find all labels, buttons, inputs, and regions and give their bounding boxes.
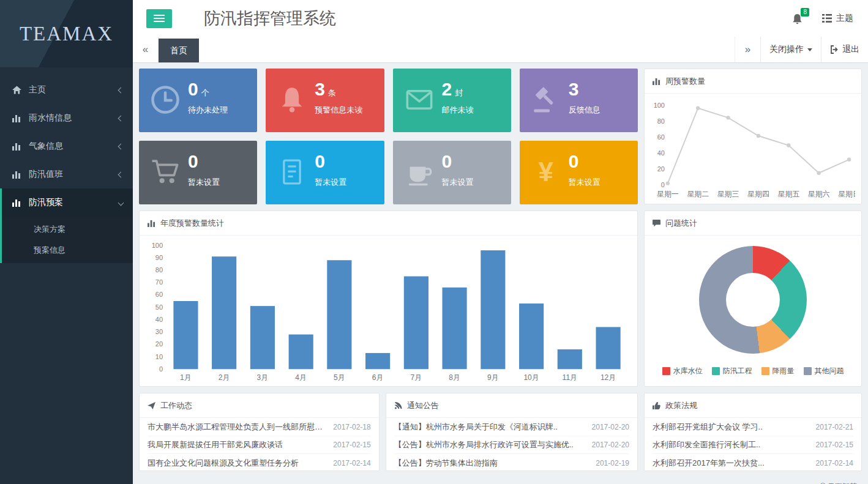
- panel-body: 020406080100星期一星期二星期三星期四星期五星期六星期日: [645, 94, 861, 204]
- legend-swatch: [712, 367, 720, 375]
- work-news-panel: 工作动态 市大鹏半岛水源工程管理处负责人到一线部所慰问新春 2017-02-18…: [139, 393, 380, 471]
- svg-text:60: 60: [155, 291, 163, 298]
- tile-value: 0: [315, 151, 325, 171]
- tabbar: « 首页 » 关闭操作 退出: [133, 37, 868, 63]
- tile-unset-cart[interactable]: 0 暂未设置: [139, 141, 257, 204]
- list-item[interactable]: 我局开展新提拔任用干部党风廉政谈话 2017-02-15: [148, 436, 371, 454]
- news-list: 市大鹏半岛水源工程管理处负责人到一线部所慰问新春 2017-02-18 我局开展…: [140, 418, 379, 471]
- sidebar-item-flood-plan[interactable]: 防汛预案: [0, 188, 133, 217]
- tile-warnings[interactable]: 3条 预警信息未读: [266, 69, 384, 132]
- tile-value: 0: [569, 151, 579, 171]
- news-date: 2017-02-20: [592, 441, 629, 449]
- sidebar-menu: 主页 雨水情信息 气象信息 防汛值班: [0, 67, 133, 263]
- svg-text:1月: 1月: [180, 373, 192, 382]
- brand-logo: TEAMAX: [0, 0, 133, 67]
- svg-text:9月: 9月: [487, 373, 499, 382]
- issues-panel: 问题统计 水库水位 防汛工程: [644, 210, 862, 387]
- list-item[interactable]: 【公告】劳动节集体出游指南 201-02-19: [394, 454, 629, 471]
- bell-icon: [276, 84, 308, 116]
- news-title: 【公告】劳动节集体出游指南: [394, 458, 498, 469]
- chevron-left-icon: [118, 143, 124, 149]
- sidebar-item-rain-info[interactable]: 雨水情信息: [0, 104, 133, 132]
- list-item[interactable]: 【公告】杭州市水务局排水行政许可设置与实施优.. 2017-02-20: [394, 436, 629, 454]
- copyright-text: © 天夏智慧: [820, 482, 857, 484]
- theme-label: 主题: [836, 13, 853, 24]
- tile-value: 0: [188, 79, 198, 99]
- theme-button[interactable]: 主题: [822, 13, 853, 24]
- notification-badge: 8: [801, 8, 809, 17]
- sidebar-item-weather-info[interactable]: 气象信息: [0, 132, 133, 160]
- tile-unset-yen[interactable]: ¥ 0 暂未设置: [520, 141, 638, 204]
- list-item[interactable]: 国有企业文化问题根源及文化重塑任务分析 2017-02-14: [148, 454, 371, 471]
- tile-value: 2: [442, 79, 452, 99]
- panel-header: 工作动态: [140, 393, 379, 418]
- tile-value: 0: [442, 151, 452, 171]
- list-item[interactable]: 市大鹏半岛水源工程管理处负责人到一线部所慰问新春 2017-02-18: [148, 419, 371, 436]
- week-warning-panel: 周预警数量 020406080100星期一星期二星期三星期四星期五星期六星期日: [644, 69, 862, 204]
- tile-value: 3: [569, 79, 579, 99]
- svg-text:星期日: 星期日: [838, 190, 855, 198]
- sidebar-toggle-button[interactable]: [146, 9, 172, 28]
- tile-unset-cup[interactable]: 0 暂未设置: [393, 141, 511, 204]
- chevron-left-icon: [118, 115, 124, 121]
- list-item[interactable]: 水利部印发全面推行河长制工.. 2017-02-15: [653, 436, 853, 454]
- page-title: 防汛指挥管理系统: [204, 7, 336, 29]
- topbar: 防汛指挥管理系统 8 主题: [133, 0, 868, 37]
- tile-label: 反馈信息: [569, 105, 633, 116]
- svg-text:10: 10: [155, 353, 163, 360]
- document-icon: [276, 156, 308, 188]
- tabs-scroll-left-button[interactable]: «: [133, 37, 159, 62]
- main-area: 防汛指挥管理系统 8 主题 « 首页 » 关闭操作: [133, 0, 868, 484]
- tile-mail[interactable]: 2封 邮件未读: [393, 69, 511, 132]
- annual-warning-panel: 年度预警数量统计 01020304050607080901001月2月3月4月5…: [139, 210, 638, 387]
- list-item[interactable]: 水利部召开党组扩大会议 学习.. 2017-02-21: [653, 419, 853, 436]
- tile-todo[interactable]: 0个 待办未处理: [139, 69, 257, 132]
- bar-chart-icon: [10, 199, 23, 207]
- news-date: 2017-02-15: [816, 441, 853, 449]
- list-item[interactable]: 【通知】杭州市水务局关于印发《河道标识牌.. 2017-02-20: [394, 419, 629, 436]
- tabs-scroll-right-button[interactable]: »: [735, 37, 760, 62]
- tile-value: 3: [315, 79, 325, 99]
- brand-name: TEAMAX: [20, 23, 113, 45]
- svg-text:100: 100: [654, 102, 665, 109]
- tab-home[interactable]: 首页: [159, 39, 199, 62]
- tile-value: 0: [188, 151, 198, 171]
- svg-text:2月: 2月: [219, 373, 230, 382]
- svg-text:0: 0: [159, 365, 163, 373]
- news-title: 【通知】杭州市水务局关于印发《河道标识牌..: [394, 422, 558, 433]
- sidebar-item-flood-duty[interactable]: 防汛值班: [0, 160, 133, 188]
- legend-item[interactable]: 降雨量: [761, 366, 795, 376]
- tile-feedback[interactable]: 3 反馈信息: [520, 69, 638, 132]
- gavel-icon: [530, 84, 562, 116]
- sidebar-subitem-plan-info[interactable]: 预案信息: [2, 240, 133, 261]
- tile-unit: 个: [201, 88, 209, 97]
- list-item[interactable]: 水利部召开2017年第一次扶贫... 2017-02-14: [653, 454, 853, 471]
- panel-body: 水库水位 防汛工程 降雨量: [645, 236, 861, 386]
- legend-item[interactable]: 防汛工程: [712, 366, 752, 376]
- notifications-button[interactable]: 8: [792, 13, 803, 24]
- svg-text:0: 0: [661, 181, 665, 188]
- news-date: 2017-02-20: [592, 423, 629, 431]
- legend-label: 防汛工程: [723, 366, 752, 376]
- close-operations-dropdown[interactable]: 关闭操作: [760, 37, 821, 62]
- svg-text:10月: 10月: [523, 373, 539, 382]
- legend-item[interactable]: 水库水位: [662, 366, 703, 376]
- news-date: 2017-02-15: [333, 441, 370, 449]
- sidebar-item-label: 气象信息: [29, 141, 63, 152]
- tile-unit: 封: [455, 88, 463, 97]
- logout-button[interactable]: 退出: [821, 37, 868, 62]
- yen-icon: ¥: [530, 156, 562, 188]
- legend-label: 其他问题: [815, 366, 844, 376]
- clock-icon: [149, 84, 181, 116]
- chat-icon: [653, 220, 660, 227]
- svg-text:50: 50: [155, 303, 163, 311]
- tile-unit: 条: [328, 88, 336, 97]
- news-title: 市大鹏半岛水源工程管理处负责人到一线部所慰问新春: [148, 422, 326, 433]
- news-title: 水利部召开2017年第一次扶贫...: [653, 458, 765, 469]
- svg-text:星期四: 星期四: [747, 190, 769, 198]
- sidebar-item-home[interactable]: 主页: [0, 76, 133, 104]
- legend-item[interactable]: 其他问题: [804, 366, 844, 376]
- svg-text:20: 20: [155, 340, 163, 348]
- tile-unset-file[interactable]: 0 暂未设置: [266, 141, 384, 204]
- sidebar-subitem-decision-plan[interactable]: 决策方案: [2, 219, 133, 240]
